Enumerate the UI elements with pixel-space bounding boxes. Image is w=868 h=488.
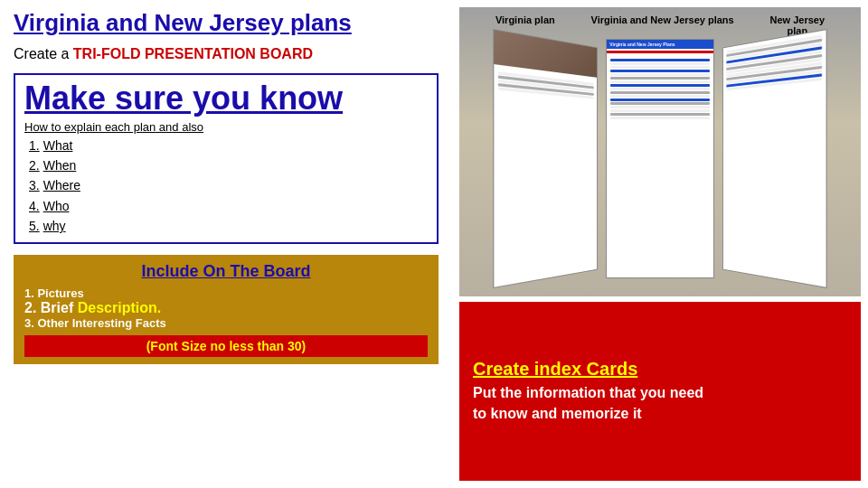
trifold-display: Virginia and New Jersey Plans bbox=[495, 39, 825, 278]
font-size-text: (Font Size no less than 30) bbox=[32, 339, 420, 353]
right-panel: Virginia plan Virginia and New Jersey pl… bbox=[452, 0, 868, 488]
font-size-box: (Font Size no less than 30) bbox=[24, 335, 428, 357]
center-panel-header: Virginia and New Jersey Plans bbox=[607, 40, 712, 49]
list-item-3: 3.Where bbox=[29, 175, 428, 195]
make-sure-title: Make sure you know bbox=[24, 80, 428, 117]
subtitle: Create a TRI-FOLD PRESENTATION BOARD bbox=[14, 46, 439, 62]
include-item-facts: 3. Other Interesting Facts bbox=[24, 316, 428, 330]
knowledge-list: 1.What 2.When 3.Where 4.Who 5.why bbox=[24, 136, 428, 237]
trifold-left bbox=[493, 29, 598, 288]
panel-content-center bbox=[607, 55, 712, 124]
board-container: Virginia plan Virginia and New Jersey pl… bbox=[459, 7, 861, 296]
index-card-title: Create index Cards bbox=[473, 359, 847, 380]
how-to-label: How to explain each plan and also bbox=[24, 120, 428, 134]
trifold-right bbox=[722, 29, 827, 288]
list-item-4: 4.Who bbox=[29, 196, 428, 216]
board-image-area: Virginia plan Virginia and New Jersey pl… bbox=[459, 7, 861, 296]
list-item-2: 2.When bbox=[29, 155, 428, 175]
list-item-5: 5.why bbox=[29, 216, 428, 236]
include-box: Include On The Board 1. Pictures 2. Brie… bbox=[14, 255, 439, 364]
trifold-center: Virginia and New Jersey Plans bbox=[606, 39, 713, 278]
index-card-line1: Put the information that you need bbox=[473, 383, 847, 403]
include-item-pictures: 1. Pictures bbox=[24, 286, 428, 300]
left-panel: Virginia and New Jersey plans Create a T… bbox=[0, 0, 452, 488]
center-label: Virginia and New Jersey plans bbox=[591, 14, 734, 36]
make-sure-box: Make sure you know How to explain each p… bbox=[14, 73, 439, 244]
panel-content-right bbox=[723, 30, 826, 95]
index-card-section: Create index Cards Put the information t… bbox=[459, 302, 861, 481]
include-title: Include On The Board bbox=[24, 262, 428, 281]
subtitle-prefix: Create a bbox=[14, 46, 73, 61]
subtitle-highlight: TRI-FOLD PRESENTATION BOARD bbox=[73, 46, 313, 61]
list-item-1: 1.What bbox=[29, 136, 428, 155]
index-card-line2: to know and memorize it bbox=[473, 404, 847, 424]
page-title: Virginia and New Jersey plans bbox=[14, 9, 439, 37]
include-item-brief: 2. Brief Description. bbox=[24, 300, 428, 316]
